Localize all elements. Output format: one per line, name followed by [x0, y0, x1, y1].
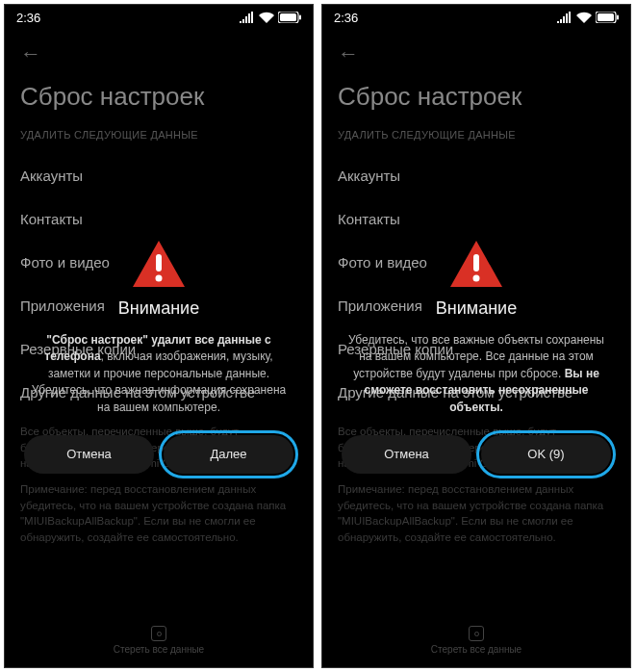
svg-point-9 — [473, 275, 480, 282]
dialog-buttons: Отмена Далее — [5, 435, 313, 474]
dialog-overlay: Внимание "Сброс настроек" удалит все дан… — [5, 5, 313, 667]
dialog-title: Внимание — [118, 298, 199, 319]
dialog-overlay: Внимание Убедитесь, что все важные объек… — [322, 5, 630, 667]
phone-screenshot-2: 2:36 ← Сброс настроек УДАЛИТЬ СЛЕДУЮЩИЕ … — [321, 4, 631, 668]
next-button[interactable]: Далее — [164, 435, 293, 474]
dialog-buttons: Отмена OK (9) — [322, 435, 630, 474]
phone-screenshot-1: 2:36 ← Сброс настроек УДАЛИТЬ СЛЕДУЮЩИЕ … — [4, 4, 314, 668]
svg-point-4 — [156, 275, 163, 282]
cancel-button[interactable]: Отмена — [24, 435, 154, 474]
svg-rect-3 — [156, 254, 162, 271]
warning-icon — [133, 241, 185, 287]
warning-icon — [450, 241, 502, 287]
dialog-title: Внимание — [436, 298, 517, 319]
cancel-button[interactable]: Отмена — [342, 435, 471, 474]
dialog-body: Убедитесь, что все важные объекты сохран… — [322, 332, 630, 416]
dialog-body: "Сброс настроек" удалит все данные с тел… — [5, 332, 313, 416]
ok-button[interactable]: OK (9) — [481, 435, 611, 474]
svg-rect-8 — [473, 254, 479, 271]
